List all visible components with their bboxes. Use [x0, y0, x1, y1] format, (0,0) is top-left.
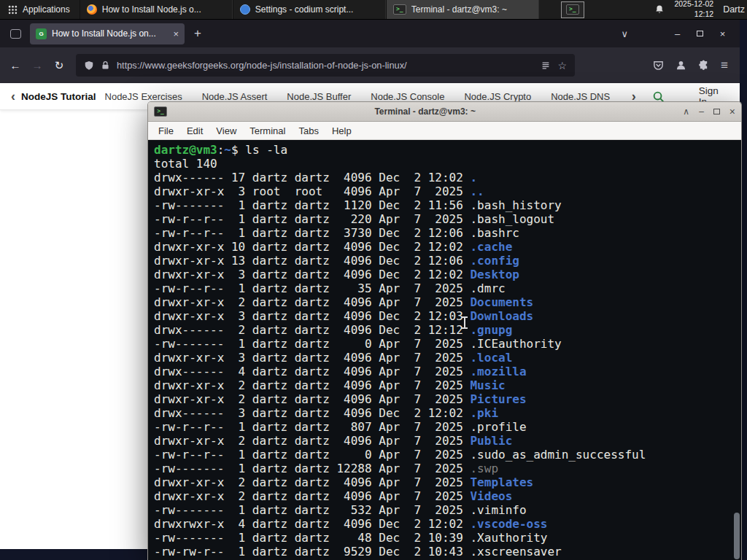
terminal-listing-line: -rw------- 1 dartz dartz 48 Dec 2 10:39 … — [154, 531, 732, 545]
panel-window-button-terminal[interactable]: Terminal - dartz@vm3: ~ — [386, 0, 539, 19]
panel-window-button-settings[interactable]: Settings - codium script... — [233, 0, 386, 19]
site-nav-link[interactable]: Node.JS Buffer — [287, 91, 351, 102]
panel-window-button-browser[interactable]: How to Install Node.js o... — [80, 0, 233, 19]
firefox-view-icon[interactable] — [10, 29, 21, 39]
site-nav-link[interactable]: NodeJS Exercises — [105, 91, 182, 102]
terminal-titlebar[interactable]: Terminal - dartz@vm3: ~ — [148, 102, 741, 122]
reader-mode-icon[interactable] — [541, 61, 551, 71]
terminal-maximize-button[interactable] — [713, 106, 720, 117]
terminal-menu-terminal[interactable]: Terminal — [243, 123, 292, 139]
forward-button[interactable] — [26, 55, 48, 77]
terminal-listing-line: drwxr-xr-x 2 dartz dartz 4096 Apr 7 2025… — [154, 378, 732, 392]
tracking-shield-icon[interactable] — [84, 61, 94, 71]
url-bar[interactable]: https://www.geeksforgeeks.org/node-js/in… — [76, 54, 575, 77]
applications-menu-button[interactable]: Applications — [0, 0, 78, 19]
terminal-listing-line: drwxr-xr-x 2 dartz dartz 4096 Apr 7 2025… — [154, 489, 732, 503]
terminal-close-button[interactable] — [729, 106, 735, 117]
url-text: https://www.geeksforgeeks.org/node-js/in… — [117, 60, 534, 71]
top-panel: Applications How to Install Node.js o...… — [0, 0, 747, 20]
window-button-label: How to Install Node.js o... — [102, 4, 225, 15]
terminal-listing-line: drwxr-xr-x 3 dartz dartz 4096 Apr 7 2025… — [154, 351, 732, 365]
maximize-icon — [697, 31, 703, 36]
site-nav-link[interactable]: Node.JS Crypto — [464, 91, 531, 102]
terminal-listing-line: drwxr-xr-x 3 dartz dartz 4096 Dec 2 12:0… — [154, 309, 732, 323]
browser-close-button[interactable] — [711, 23, 734, 44]
terminal-listing-line: drwxr-xr-x 2 dartz dartz 4096 Apr 7 2025… — [154, 392, 732, 406]
new-tab-button[interactable] — [194, 26, 201, 41]
terminal-menu-view[interactable]: View — [209, 123, 243, 139]
back-button[interactable] — [4, 55, 26, 77]
window-button-label: Settings - codium script... — [255, 4, 379, 15]
terminal-listing-line: drwx------ 2 dartz dartz 4096 Dec 2 12:1… — [154, 323, 732, 337]
terminal-rollup-button[interactable] — [683, 106, 689, 117]
site-nav-links: NodeJS ExercisesNode.JS AssertNode.JS Bu… — [105, 91, 628, 102]
terminal-output: dartz@vm3:~$ ls -latotal 140drwx------ 1… — [154, 143, 732, 559]
browser-minimize-button[interactable] — [666, 23, 689, 44]
nav-scroll-left-icon[interactable] — [7, 89, 19, 104]
terminal-listing-line: -rw-r--r-- 1 dartz dartz 35 Apr 7 2025 .… — [154, 281, 732, 295]
panel-right-area: 2025-12-02 12:12 Dartz — [654, 0, 747, 19]
terminal-icon — [154, 106, 167, 117]
terminal-menu-edit[interactable]: Edit — [180, 123, 209, 139]
pocket-icon[interactable] — [653, 60, 664, 71]
terminal-listing-line: -rw-r--r-- 1 dartz dartz 0 Apr 7 2025 .s… — [154, 448, 732, 462]
browser-maximize-button[interactable] — [689, 23, 711, 44]
terminal-listing-line: drwx------ 4 dartz dartz 4096 Apr 7 2025… — [154, 365, 732, 378]
terminal-listing-line: drwxr-xr-x 3 root root 4096 Apr 7 2025 .… — [154, 184, 732, 198]
terminal-listing-line: -rw------- 1 dartz dartz 0 Apr 7 2025 .I… — [154, 337, 732, 351]
terminal-icon — [393, 4, 406, 15]
terminal-listing-line: -rw-r--r-- 1 dartz dartz 220 Apr 7 2025 … — [154, 212, 732, 226]
terminal-listing-line: drwxr-xr-x 10 dartz dartz 4096 Dec 2 12:… — [154, 240, 732, 254]
extensions-icon[interactable] — [698, 60, 709, 71]
notification-bell-icon[interactable] — [654, 4, 665, 15]
site-nav-active-link[interactable]: NodeJS Tutorial — [21, 91, 96, 102]
site-nav-link[interactable]: Node.JS Console — [371, 91, 444, 102]
terminal-listing-line: drwxr-xr-x 2 dartz dartz 4096 Apr 7 2025… — [154, 475, 732, 489]
site-nav-link[interactable]: Node.JS DNS — [551, 91, 610, 102]
settings-icon — [240, 4, 250, 15]
panel-window-buttons: How to Install Node.js o... Settings - c… — [80, 0, 539, 19]
tab-title: How to Install Node.js on... — [52, 28, 168, 39]
site-nav-link[interactable]: Node.JS Assert — [202, 91, 268, 102]
bookmark-star-icon[interactable] — [557, 60, 567, 71]
panel-clock[interactable]: 2025-12-02 12:12 — [674, 0, 713, 20]
site-favicon: G — [36, 28, 47, 39]
terminal-listing-line: -rw------- 1 dartz dartz 12288 Apr 7 202… — [154, 462, 732, 475]
toolbar-right-icons — [653, 58, 735, 73]
firefox-icon — [87, 4, 97, 15]
lock-icon[interactable] — [101, 61, 110, 70]
terminal-total-line: total 140 — [154, 157, 732, 171]
terminal-listing-line: drwxr-xr-x 2 dartz dartz 4096 Apr 7 2025… — [154, 434, 732, 448]
window-button-label: Terminal - dartz@vm3: ~ — [411, 4, 532, 15]
account-icon[interactable] — [676, 60, 686, 71]
terminal-scrollbar-thumb[interactable] — [734, 513, 740, 559]
terminal-listing-line: drwxr-xr-x 2 dartz dartz 4096 Apr 7 2025… — [154, 295, 732, 309]
list-all-tabs-icon[interactable] — [621, 28, 628, 39]
terminal-menu-help[interactable]: Help — [325, 123, 358, 139]
tab-close-icon[interactable] — [173, 28, 179, 39]
reload-button[interactable] — [48, 55, 70, 77]
terminal-listing-line: drwxr-xr-x 13 dartz dartz 4096 Dec 2 12:… — [154, 254, 732, 268]
site-search-button[interactable] — [652, 90, 665, 103]
terminal-listing-line: drwx------ 3 dartz dartz 4096 Dec 2 12:0… — [154, 406, 732, 420]
terminal-menu-tabs[interactable]: Tabs — [292, 123, 325, 139]
terminal-listing-line: -rw-rw-r-- 1 dartz dartz 9529 Dec 2 10:4… — [154, 545, 732, 559]
browser-window-controls — [666, 23, 734, 44]
text-cursor — [464, 317, 465, 328]
terminal-listing-line: -rw-r--r-- 1 dartz dartz 3730 Dec 2 12:0… — [154, 226, 732, 240]
clock-time: 12:12 — [674, 9, 713, 20]
hamburger-menu-icon[interactable] — [721, 58, 728, 73]
search-icon — [652, 90, 665, 103]
terminal-menu-file[interactable]: File — [152, 123, 180, 139]
tray-terminal-icon[interactable] — [561, 1, 584, 18]
panel-user-label: Dartz — [723, 4, 745, 15]
terminal-minimize-button[interactable] — [699, 106, 704, 117]
browser-toolbar: https://www.geeksforgeeks.org/node-js/in… — [0, 47, 740, 83]
terminal-prompt-line: dartz@vm3:~$ ls -la — [154, 143, 732, 157]
terminal-listing-line: -rw-r--r-- 1 dartz dartz 807 Apr 7 2025 … — [154, 420, 732, 434]
terminal-listing-line: drwxr-xr-x 3 dartz dartz 4096 Dec 2 12:0… — [154, 268, 732, 281]
applications-grid-icon — [8, 5, 18, 15]
terminal-window: Terminal - dartz@vm3: ~ FileEditViewTerm… — [147, 101, 742, 560]
browser-tab-active[interactable]: G How to Install Node.js on... — [30, 23, 185, 44]
terminal-body[interactable]: dartz@vm3:~$ ls -latotal 140drwx------ 1… — [148, 140, 741, 560]
